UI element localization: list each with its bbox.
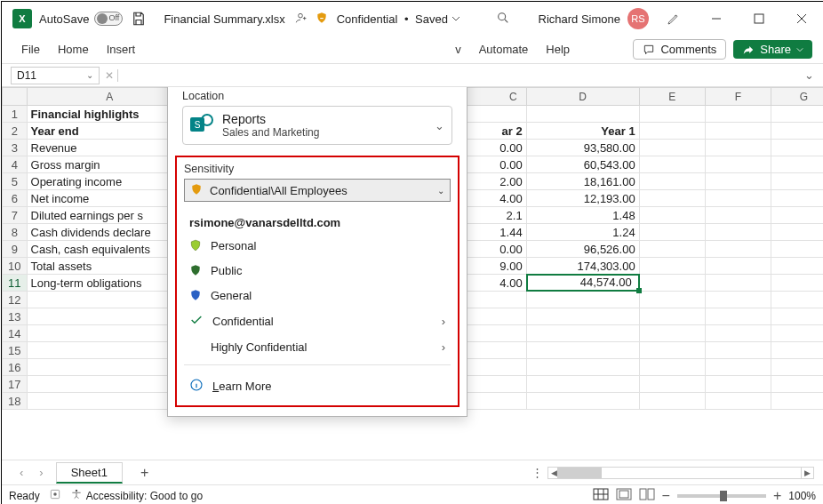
- sensitivity-options-list: rsimone@vanarsdelltd.com Personal Public…: [184, 209, 451, 404]
- tab-file[interactable]: File: [12, 39, 49, 60]
- sensitivity-section-highlight: Sensitivity Confidential\All Employees ⌄…: [175, 156, 459, 407]
- sensitivity-option-highly-confidential[interactable]: Highly Confidential ›: [184, 335, 451, 359]
- sensitivity-option-public[interactable]: Public: [184, 258, 451, 283]
- chevron-right-icon: ›: [442, 315, 445, 328]
- cell-d5[interactable]: 18,161.00: [526, 173, 639, 190]
- chevron-down-icon: [796, 46, 803, 53]
- sensitivity-shield-icon: [316, 12, 328, 27]
- location-picker[interactable]: S Reports Sales and Marketing ⌄: [182, 106, 452, 145]
- view-layout-button[interactable]: [616, 488, 632, 503]
- svg-point-0: [499, 12, 506, 20]
- document-filename: Financial Summary.xlsx: [164, 12, 284, 26]
- shield-icon: [189, 263, 202, 277]
- horizontal-scrollbar[interactable]: ◀ ▶: [547, 467, 814, 479]
- tab-automate[interactable]: Automate: [470, 39, 538, 60]
- sheet-nav-next[interactable]: ›: [36, 466, 46, 479]
- share-button[interactable]: Share: [733, 40, 812, 59]
- zoom-out-button[interactable]: −: [662, 488, 670, 504]
- titlebar: X AutoSave Off Financial Summary.xlsx Co…: [2, 2, 823, 36]
- comments-button[interactable]: Comments: [633, 39, 726, 60]
- accessibility-status[interactable]: Accessibility: Good to go: [86, 490, 203, 502]
- status-bar: Ready Accessibility: Good to go − + 100%: [2, 484, 823, 504]
- location-folder: Reports: [222, 112, 319, 126]
- cell-d4[interactable]: 60,543.00: [526, 156, 639, 173]
- view-pagebreak-button[interactable]: [639, 488, 655, 503]
- scroll-right-arrow[interactable]: ▶: [801, 468, 813, 478]
- name-box[interactable]: D11 ⌄: [11, 67, 100, 84]
- chevron-down-icon: ⌄: [437, 186, 444, 196]
- cell-d10[interactable]: 174,303.00: [526, 258, 639, 275]
- sensitivity-dropdown[interactable]: Confidential\All Employees ⌄: [184, 179, 451, 202]
- cell-d3[interactable]: 93,580.00: [526, 140, 639, 156]
- cell-d6[interactable]: 12,193.00: [526, 190, 639, 207]
- autosave-toggle[interactable]: AutoSave Off: [39, 12, 123, 26]
- sheet-nav-prev[interactable]: ‹: [16, 466, 27, 479]
- share-users-icon[interactable]: [294, 12, 307, 27]
- sharepoint-icon: S: [190, 114, 213, 137]
- chevron-right-icon: ›: [442, 340, 445, 354]
- tab-view-partial[interactable]: v: [446, 39, 470, 60]
- macro-record-icon[interactable]: [49, 488, 61, 503]
- cell-d8[interactable]: 1.24: [526, 224, 639, 241]
- formula-bar-controls: ✕: [105, 69, 118, 82]
- add-sheet-button[interactable]: +: [132, 465, 157, 481]
- collapse-formula-bar-icon[interactable]: ⌄: [804, 68, 814, 82]
- cell-d2[interactable]: Year 1: [526, 123, 639, 140]
- worksheet-grid[interactable]: A B C D E F G 1Financial highlights 2Yea…: [2, 87, 823, 460]
- cell-d7[interactable]: 1.48: [526, 207, 639, 224]
- tab-home[interactable]: Home: [49, 39, 98, 60]
- checkmark-icon: [189, 313, 204, 330]
- username-label[interactable]: Richard Simone: [539, 12, 621, 26]
- sheet-splitter-left[interactable]: ⋮: [531, 466, 544, 479]
- zoom-level-label[interactable]: 100%: [788, 490, 816, 502]
- col-header-g[interactable]: G: [771, 88, 823, 106]
- autosave-switch[interactable]: Off: [94, 12, 123, 26]
- fill-handle[interactable]: [636, 288, 642, 293]
- accessibility-icon[interactable]: [70, 488, 83, 503]
- excel-app-icon: X: [12, 9, 32, 28]
- cell-d11-selected[interactable]: 44,574.00: [526, 275, 639, 292]
- shield-icon: [189, 238, 202, 252]
- formula-bar-row: D11 ⌄ ✕ ⌄: [2, 64, 823, 87]
- pen-icon[interactable]: [656, 4, 691, 33]
- save-status-dropdown[interactable]: Confidential • Saved: [337, 12, 460, 26]
- col-header-e[interactable]: E: [639, 88, 705, 106]
- sheet-tab-bar: ‹ › Sheet1 + ⋮ ◀ ▶: [2, 460, 823, 484]
- sensitivity-learn-more[interactable]: Learn More: [184, 372, 451, 400]
- chevron-down-icon[interactable]: ⌄: [86, 70, 93, 80]
- sensitivity-option-personal[interactable]: Personal: [184, 233, 451, 258]
- user-avatar[interactable]: RS: [627, 8, 649, 29]
- svg-point-4: [53, 492, 57, 496]
- autosave-label: AutoSave: [39, 12, 89, 26]
- minimize-button[interactable]: [699, 4, 734, 33]
- col-header-d[interactable]: D: [526, 88, 639, 106]
- maximize-button[interactable]: [741, 4, 777, 33]
- sensitivity-account-email: rsimone@vanarsdelltd.com: [184, 212, 451, 233]
- svg-point-5: [76, 490, 77, 492]
- ribbon-tabs: File Home Insert v Automate Help Comment…: [2, 36, 823, 64]
- shield-icon: [189, 288, 202, 302]
- sensitivity-option-general[interactable]: General: [184, 283, 451, 308]
- scroll-thumb[interactable]: [557, 468, 602, 478]
- app-window: X AutoSave Off Financial Summary.xlsx Co…: [1, 1, 823, 504]
- file-info-popover: File name .xlsx Location S Reports Sales…: [167, 87, 467, 417]
- chevron-down-icon: ⌄: [435, 119, 444, 132]
- view-normal-button[interactable]: [593, 488, 609, 503]
- document-title-area[interactable]: Financial Summary.xlsx Confidential • Sa…: [164, 12, 460, 27]
- zoom-slider[interactable]: [677, 494, 766, 498]
- tab-help[interactable]: Help: [537, 39, 579, 60]
- svg-rect-8: [619, 491, 628, 498]
- save-icon[interactable]: [130, 10, 148, 28]
- sheet-tab-sheet1[interactable]: Sheet1: [56, 462, 123, 484]
- zoom-in-button[interactable]: +: [773, 488, 781, 504]
- cell-d9[interactable]: 96,526.00: [526, 241, 639, 258]
- shield-icon: [190, 183, 203, 198]
- location-path: Sales and Marketing: [222, 126, 319, 139]
- search-icon[interactable]: [496, 11, 510, 28]
- sensitivity-option-confidential[interactable]: Confidential ›: [184, 308, 451, 335]
- col-header-f[interactable]: F: [705, 88, 771, 106]
- tab-insert[interactable]: Insert: [98, 39, 145, 60]
- select-all-corner[interactable]: [3, 88, 28, 106]
- close-button[interactable]: [784, 4, 819, 33]
- cancel-formula-icon[interactable]: ✕: [105, 69, 114, 82]
